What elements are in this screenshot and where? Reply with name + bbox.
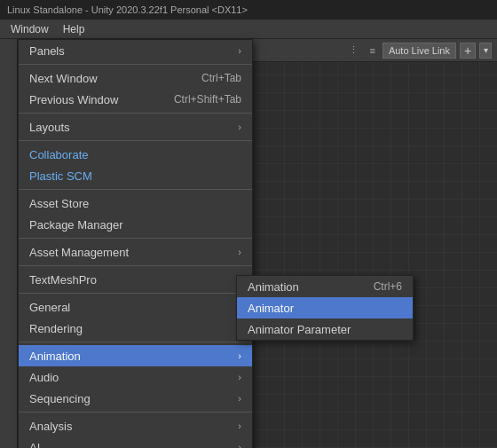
menu-item-label-collaborate: Collaborate (29, 148, 89, 161)
submenu-item-animator-parameter[interactable]: Animator Parameter (237, 318, 413, 340)
menu-item-asset-management[interactable]: Asset Management› (19, 241, 252, 263)
menu-item-label-audio: Audio (29, 371, 59, 384)
toolbar-right: ⋮ ≡ Auto Live Link + ▾ (231, 39, 497, 62)
chevron-button[interactable]: ▾ (479, 43, 492, 59)
menu-item-arrow-panels: › (238, 45, 241, 56)
menu-item-layouts[interactable]: Layouts› (19, 116, 252, 138)
menu-item-window[interactable]: Window (4, 21, 56, 37)
menu-item-panels[interactable]: Panels› (19, 40, 252, 61)
title-text: Linux Standalone - Unity 2020.3.22f1 Per… (7, 4, 248, 15)
menu-item-label-rendering: Rendering (29, 322, 83, 335)
menu-item-animation[interactable]: Animation› (19, 345, 252, 366)
menu-item-sequencing[interactable]: Sequencing› (19, 388, 252, 409)
menu-item-label-sequencing: Sequencing (29, 392, 91, 405)
menu-item-arrow-animation: › (238, 350, 241, 361)
menu-divider-panels (19, 64, 252, 65)
menu-divider-plastic-scm (19, 189, 252, 190)
menu-item-label-asset-store: Asset Store (29, 197, 89, 210)
submenu: AnimationCtrl+6AnimatorAnimator Paramete… (236, 275, 414, 341)
menu-item-arrow-audio: › (238, 372, 241, 382)
menu-item-textmeshpro[interactable]: TextMeshPro› (19, 269, 252, 290)
menu-item-next-window[interactable]: Next WindowCtrl+Tab (19, 67, 252, 89)
left-panel (0, 39, 18, 448)
lines-icon[interactable]: ≡ (366, 43, 378, 58)
dots-icon[interactable]: ⋮ (345, 43, 362, 58)
menu-item-shortcut-next-window: Ctrl+Tab (201, 72, 241, 84)
menu-item-prev-window[interactable]: Previous WindowCtrl+Shift+Tab (19, 89, 252, 110)
menu-item-help[interactable]: Help (56, 21, 92, 37)
menu-item-label-ai: AI (29, 441, 40, 449)
grid-area (231, 39, 497, 448)
dropdown-menu: Panels›Next WindowCtrl+TabPrevious Windo… (18, 39, 253, 448)
menu-divider-textmeshpro (19, 293, 252, 294)
menu-item-label-prev-window: Previous Window (29, 93, 118, 106)
title-bar: Linux Standalone - Unity 2020.3.22f1 Per… (0, 0, 497, 20)
submenu-item-label-animator: Animator (248, 302, 294, 315)
menu-divider-prev-window (19, 113, 252, 114)
menu-divider-rendering (19, 342, 252, 342)
menu-item-asset-store[interactable]: Asset Store (19, 193, 252, 214)
menu-item-label-package-manager: Package Manager (29, 218, 123, 232)
menu-item-plastic-scm[interactable]: Plastic SCM (19, 165, 252, 186)
submenu-item-label-animator-parameter: Animator Parameter (248, 323, 351, 336)
menu-item-label-animation: Animation (29, 350, 81, 363)
menu-item-audio[interactable]: Audio› (19, 366, 252, 388)
menu-item-analysis[interactable]: Analysis› (19, 415, 252, 436)
menu-item-arrow-layouts: › (238, 122, 241, 132)
submenu-item-animator[interactable]: Animator (237, 297, 413, 318)
menu-item-label-textmeshpro: TextMeshPro (29, 273, 97, 287)
menu-item-label-analysis: Analysis (29, 420, 72, 433)
menu-item-label-layouts: Layouts (29, 121, 70, 134)
menu-divider-asset-management (19, 265, 252, 266)
menu-item-arrow-sequencing: › (238, 393, 241, 404)
menu-item-arrow-analysis: › (238, 420, 241, 431)
menu-item-shortcut-prev-window: Ctrl+Shift+Tab (174, 93, 241, 106)
menu-item-collaborate[interactable]: Collaborate (19, 144, 252, 165)
menu-divider-package-manager (19, 238, 252, 239)
menu-item-arrow-ai: › (238, 442, 241, 448)
menu-item-label-next-window: Next Window (29, 72, 98, 85)
auto-live-link-button[interactable]: Auto Live Link (383, 43, 456, 59)
menu-divider-sequencing (19, 412, 252, 413)
submenu-item-label-animation: Animation (248, 280, 299, 294)
menu-item-ai[interactable]: AI› (19, 436, 252, 448)
menu-item-label-asset-management: Asset Management (29, 246, 129, 259)
menu-item-arrow-asset-management: › (238, 247, 241, 257)
menu-item-label-general: General (29, 301, 70, 314)
plus-button[interactable]: + (460, 43, 476, 59)
submenu-item-shortcut-animation: Ctrl+6 (374, 280, 402, 293)
menu-divider-layouts (19, 140, 252, 141)
menu-item-package-manager[interactable]: Package Manager (19, 214, 252, 235)
menu-item-label-plastic-scm: Plastic SCM (29, 169, 92, 183)
menu-item-general[interactable]: General› (19, 296, 252, 318)
menu-bar: Window Help (0, 20, 497, 39)
menu-item-rendering[interactable]: Rendering› (19, 318, 252, 339)
submenu-item-animation[interactable]: AnimationCtrl+6 (237, 276, 413, 297)
menu-item-label-panels: Panels (29, 44, 65, 58)
